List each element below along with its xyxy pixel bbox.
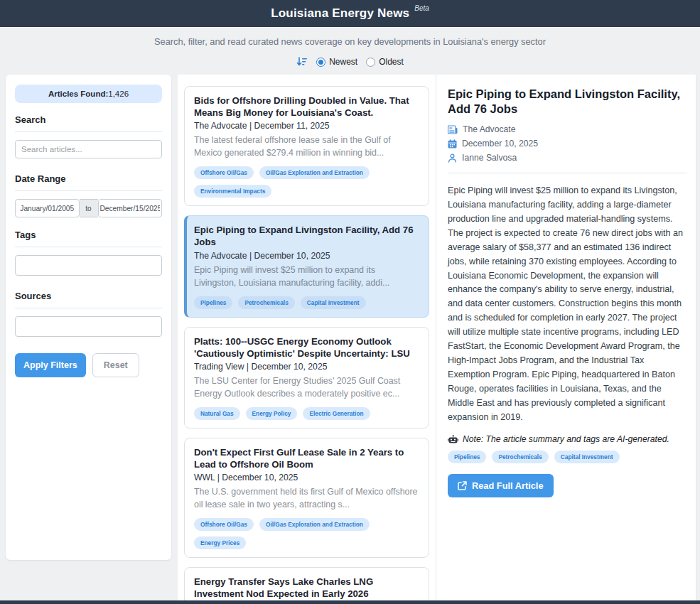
external-link-icon: [458, 481, 467, 490]
detail-title: Epic Piping to Expand Livingston Facilit…: [448, 87, 687, 116]
detail-author-row: Ianne Salvosa: [448, 153, 687, 163]
article-source-date: The Advocate | December 10, 2025: [194, 251, 419, 261]
article-source-date: Trading View | December 10, 2025: [194, 362, 419, 372]
article-title: Epic Piping to Expand Livingston Facilit…: [194, 224, 419, 248]
search-input[interactable]: [15, 140, 162, 158]
articles-found-count: 1,426: [108, 90, 129, 98]
date-range-inputs: to: [15, 199, 162, 217]
article-tags: Natural GasEnergy PolicyElectric Generat…: [194, 407, 419, 420]
tag-pill: Natural Gas: [194, 407, 240, 420]
tag-pill: Electric Generation: [303, 407, 370, 420]
divider: [15, 131, 162, 132]
tag-pill: Offshore Oil/Gas: [194, 518, 254, 531]
detail-author: Ianne Salvosa: [462, 153, 517, 163]
article-excerpt: Epic Piping will invest $25 million to e…: [194, 264, 419, 290]
tag-pill: Pipelines: [448, 451, 486, 463]
article-source-date: The Advocate | December 11, 2025: [194, 121, 419, 131]
main-layout: Articles Found:1,426 Search Date Range t…: [0, 75, 700, 600]
filter-buttons: Apply Filters Reset: [15, 353, 162, 377]
app-header: Louisiana Energy News Beta: [0, 0, 700, 27]
date-to-label: to: [80, 199, 98, 217]
sort-oldest-radio[interactable]: Oldest: [366, 57, 404, 67]
tag-pill: Oil/Gas Exploration and Extraction: [259, 518, 370, 531]
divider: [448, 173, 687, 173]
article-tags: Offshore Oil/GasOil/Gas Exploration and …: [194, 518, 419, 549]
sort-newest-radio[interactable]: Newest: [316, 57, 357, 67]
sort-descending-icon: [296, 56, 308, 68]
tag-pill: Oil/Gas Exploration and Extraction: [259, 166, 370, 179]
read-button-label: Read Full Article: [472, 480, 544, 491]
detail-date: December 10, 2025: [462, 139, 538, 149]
article-list: Bids for Offshore Drilling Doubled in Va…: [178, 75, 436, 600]
newspaper-icon: [448, 125, 458, 134]
robot-icon: [448, 435, 458, 444]
article-title: Don't Expect First Gulf Lease Sale in 2 …: [194, 446, 419, 470]
app-subtitle: Search, filter, and read curated news co…: [0, 36, 700, 47]
tags-input[interactable]: [15, 255, 162, 276]
beta-badge: Beta: [414, 4, 429, 12]
date-to-input[interactable]: [98, 199, 163, 217]
article-card[interactable]: Energy Transfer Says Lake Charles LNG In…: [184, 567, 429, 600]
article-card[interactable]: Don't Expect First Gulf Lease Sale in 2 …: [184, 438, 429, 558]
calendar-icon: [448, 139, 457, 149]
detail-source-row: The Advocate: [448, 124, 687, 134]
articles-found-label: Articles Found:: [48, 90, 108, 98]
footer-bar: [0, 600, 700, 604]
filters-sidebar: Articles Found:1,426 Search Date Range t…: [6, 75, 171, 560]
divider: [15, 247, 162, 247]
read-full-article-button[interactable]: Read Full Article: [448, 474, 554, 497]
tag-pill: Petrochemicals: [238, 296, 294, 309]
tags-heading: Tags: [15, 230, 162, 240]
detail-meta: The Advocate December 10, 2025: [448, 124, 687, 163]
ai-note: Note: The article summary and tags are A…: [448, 434, 687, 444]
app-title: Louisiana Energy News: [271, 6, 409, 21]
tag-pill: Offshore Oil/Gas: [194, 166, 254, 179]
tag-pill: Pipelines: [194, 296, 232, 309]
date-range-heading: Date Range: [15, 173, 162, 184]
article-source-date: WWL | December 10, 2025: [194, 473, 419, 482]
search-heading: Search: [15, 114, 162, 125]
article-title: Bids for Offshore Drilling Doubled in Va…: [194, 95, 419, 119]
detail-source: The Advocate: [463, 124, 516, 134]
reset-button[interactable]: Reset: [92, 353, 139, 377]
articles-found-badge: Articles Found:1,426: [15, 85, 162, 103]
radio-icon: [366, 58, 375, 67]
article-excerpt: The latest federal offshore lease sale i…: [194, 134, 419, 160]
radio-icon: [316, 58, 325, 67]
detail-tags: PipelinesPetrochemicalsCapital Investmen…: [448, 451, 687, 463]
sources-input[interactable]: [15, 316, 162, 337]
sources-heading: Sources: [15, 291, 162, 301]
sort-controls: Newest Oldest: [0, 55, 700, 68]
tag-pill: Petrochemicals: [492, 451, 548, 463]
divider: [15, 190, 162, 191]
tag-pill: Capital Investment: [554, 451, 620, 463]
article-excerpt: The LSU Center for Energy Studies' 2025 …: [194, 375, 419, 401]
article-title: Energy Transfer Says Lake Charles LNG In…: [194, 576, 419, 600]
tag-pill: Capital Investment: [301, 296, 366, 309]
sort-newest-label: Newest: [329, 57, 357, 67]
article-excerpt: The U.S. government held its first Gulf …: [194, 486, 419, 512]
detail-date-row: December 10, 2025: [448, 139, 687, 149]
article-tags: PipelinesPetrochemicalsCapital Investmen…: [194, 296, 419, 309]
date-from-input[interactable]: [15, 199, 80, 217]
article-card[interactable]: Platts: 100--USGC Energy Economy Outlook…: [184, 327, 429, 428]
article-title: Platts: 100--USGC Energy Economy Outlook…: [194, 335, 419, 360]
article-card[interactable]: Bids for Offshore Drilling Doubled in Va…: [184, 86, 429, 206]
apply-filters-button[interactable]: Apply Filters: [15, 353, 86, 377]
person-icon: [448, 153, 457, 163]
tag-pill: Environmental Impacts: [194, 185, 271, 198]
detail-summary: Epic Piping will invest $25 million to e…: [448, 184, 687, 424]
tag-pill: Energy Policy: [246, 407, 298, 420]
article-detail-panel: Epic Piping to Expand Livingston Facilit…: [436, 75, 696, 600]
divider: [15, 308, 162, 308]
tag-pill: Energy Prices: [194, 536, 246, 549]
article-tags: Offshore Oil/GasOil/Gas Exploration and …: [194, 166, 419, 198]
sort-oldest-label: Oldest: [379, 57, 404, 67]
article-card[interactable]: Epic Piping to Expand Livingston Facilit…: [184, 215, 429, 317]
ai-note-text: Note: The article summary and tags are A…: [463, 434, 669, 444]
